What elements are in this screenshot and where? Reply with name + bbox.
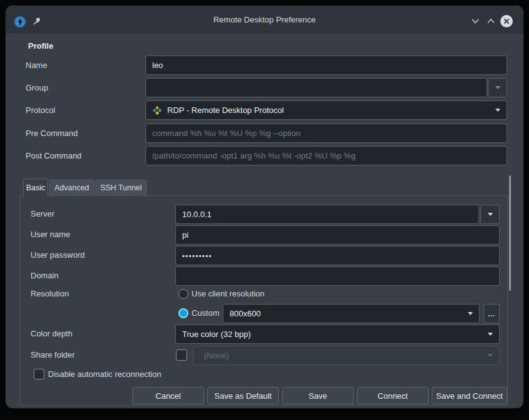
tab-ssh-tunnel-label: SSH Tunnel bbox=[100, 183, 142, 192]
remote-desktop-preference-window: Remote Desktop Preference Profile Name G… bbox=[5, 5, 524, 409]
server-label: Server bbox=[31, 209, 54, 219]
connect-button[interactable]: Connect bbox=[357, 387, 429, 404]
custom-resolution-label: Custom bbox=[192, 308, 220, 318]
share-folder-value: (None) bbox=[204, 351, 484, 360]
username-label: User name bbox=[31, 230, 70, 240]
chevron-down-icon bbox=[495, 86, 500, 89]
protocol-selected-value: RDP - Remote Desktop Protocol bbox=[167, 105, 492, 115]
save-button[interactable]: Save bbox=[282, 387, 354, 404]
share-folder-select: (None) bbox=[193, 346, 500, 365]
tab-advanced[interactable]: Advanced bbox=[49, 180, 94, 195]
protocol-select[interactable]: RDP - Remote Desktop Protocol bbox=[145, 100, 507, 120]
desktop-background: Remote Desktop Preference Profile Name G… bbox=[0, 0, 529, 420]
pre-command-input[interactable] bbox=[145, 124, 507, 143]
server-input[interactable] bbox=[175, 205, 479, 224]
cancel-button[interactable]: Cancel bbox=[132, 387, 204, 404]
group-dropdown-button[interactable] bbox=[488, 78, 507, 97]
save-and-connect-button[interactable]: Save and Connect bbox=[432, 387, 507, 404]
password-input[interactable] bbox=[175, 246, 500, 265]
disable-reconnect-label: Disable automatic reconnection bbox=[48, 369, 161, 379]
close-button[interactable] bbox=[500, 14, 513, 28]
chevron-down-icon bbox=[468, 312, 473, 315]
name-label: Name bbox=[26, 61, 47, 71]
vertical-scrollbar[interactable] bbox=[509, 175, 511, 291]
chevron-down-icon bbox=[488, 213, 493, 216]
shade-chevron-down-icon[interactable] bbox=[470, 17, 480, 25]
custom-resolution-select[interactable]: 800x600 bbox=[223, 304, 480, 323]
radio-use-client-resolution[interactable] bbox=[178, 289, 188, 299]
chevron-down-icon bbox=[488, 333, 493, 336]
color-depth-label: Color depth bbox=[31, 329, 72, 339]
tab-basic[interactable]: Basic bbox=[23, 178, 48, 196]
pre-command-label: Pre Command bbox=[26, 129, 78, 139]
post-command-input[interactable] bbox=[145, 146, 507, 165]
window-title: Remote Desktop Preference bbox=[6, 6, 523, 33]
tab-basic-label: Basic bbox=[26, 183, 46, 192]
group-label: Group bbox=[26, 83, 48, 93]
color-depth-select[interactable]: True color (32 bpp) bbox=[175, 325, 500, 344]
ellipsis-icon: … bbox=[488, 310, 496, 318]
username-input[interactable] bbox=[175, 225, 500, 245]
rdp-protocol-icon bbox=[152, 105, 162, 115]
resolution-more-button[interactable]: … bbox=[483, 304, 500, 323]
chevron-down-icon bbox=[488, 354, 493, 357]
radio-custom-resolution[interactable] bbox=[178, 308, 188, 318]
name-input[interactable] bbox=[145, 56, 507, 75]
resolution-label: Resolution bbox=[31, 289, 69, 299]
disable-reconnect-checkbox[interactable] bbox=[34, 369, 44, 379]
server-dropdown-button[interactable] bbox=[480, 205, 500, 224]
tab-ssh-tunnel[interactable]: SSH Tunnel bbox=[95, 180, 147, 195]
password-label: User password bbox=[31, 250, 85, 260]
profile-section-heading: Profile bbox=[28, 41, 53, 51]
post-command-label: Post Command bbox=[26, 151, 82, 161]
titlebar[interactable]: Remote Desktop Preference bbox=[6, 6, 523, 33]
domain-input[interactable] bbox=[175, 266, 500, 286]
unshade-chevron-up-icon[interactable] bbox=[486, 17, 496, 25]
share-folder-label: Share folder bbox=[31, 350, 75, 360]
share-folder-checkbox[interactable] bbox=[176, 349, 187, 361]
group-input[interactable] bbox=[145, 78, 487, 97]
domain-label: Domain bbox=[31, 271, 59, 281]
custom-resolution-value: 800x600 bbox=[230, 309, 464, 318]
save-as-default-button[interactable]: Save as Default bbox=[207, 387, 279, 404]
color-depth-value: True color (32 bpp) bbox=[182, 330, 484, 339]
use-client-resolution-label: Use client resolution bbox=[192, 289, 264, 299]
tab-advanced-label: Advanced bbox=[54, 183, 89, 192]
protocol-label: Protocol bbox=[26, 105, 56, 115]
chevron-down-icon bbox=[495, 109, 500, 112]
